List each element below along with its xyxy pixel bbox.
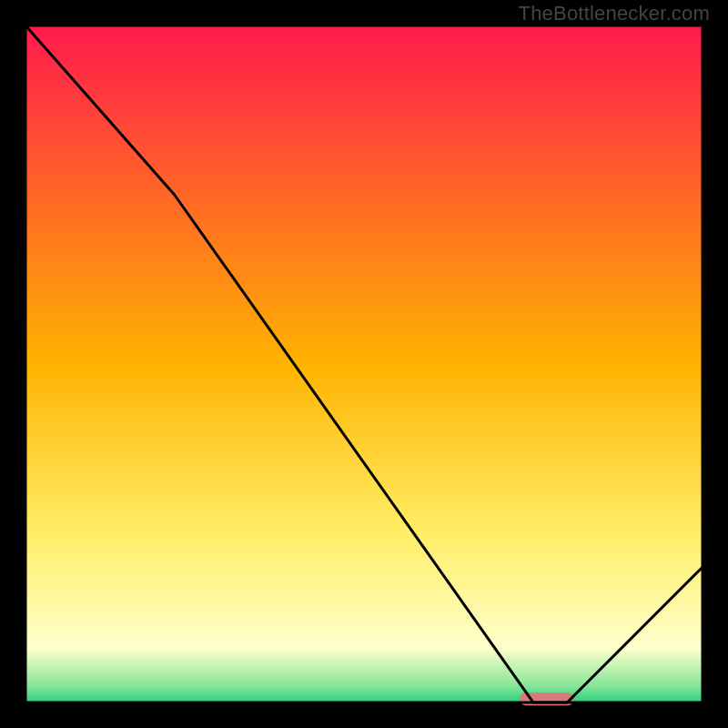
chart-frame <box>0 0 728 728</box>
bottleneck-chart <box>0 0 728 728</box>
watermark-text: TheBottlenecker.com <box>519 2 710 25</box>
chart-gradient-bg <box>25 25 703 703</box>
